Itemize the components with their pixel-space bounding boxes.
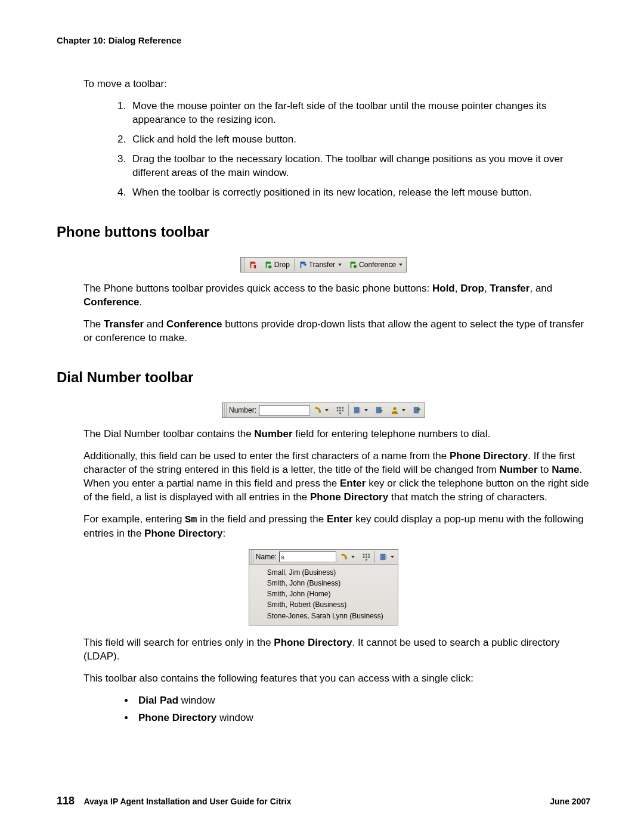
transfer-caret-icon <box>338 264 342 266</box>
svg-rect-11 <box>363 554 365 556</box>
page-footer: 118 Avaya IP Agent Installation and User… <box>57 794 590 808</box>
svg-rect-0 <box>254 265 256 268</box>
dial-number-heading: Dial Number toolbar <box>57 368 590 387</box>
conference-caret-icon <box>399 264 402 266</box>
hold-icon <box>249 261 257 269</box>
feature-directory: Phone Directory window <box>135 711 590 725</box>
dialpad-button[interactable] <box>332 403 348 417</box>
dial-para-1: The Dial Number toolbar contains the Num… <box>83 428 590 441</box>
transfer-icon <box>299 261 307 269</box>
step-3: Drag the toolbar to the necessary locati… <box>129 153 590 180</box>
transfer-button[interactable]: Transfer <box>295 258 345 272</box>
svg-rect-2 <box>337 407 339 409</box>
step-2: Click and hold the left mouse button. <box>129 133 590 147</box>
svg-rect-12 <box>366 554 367 556</box>
drop-icon <box>264 261 273 269</box>
feature-list: Dial Pad window Phone Directory window <box>119 694 590 725</box>
toolbar-grip-handle[interactable] <box>241 258 245 272</box>
svg-rect-6 <box>339 410 341 411</box>
dial-button[interactable] <box>310 403 332 417</box>
conference-icon <box>349 261 357 269</box>
directory-icon <box>379 553 388 561</box>
number-label: Number: <box>227 405 259 415</box>
svg-rect-15 <box>366 556 367 558</box>
svg-rect-9 <box>360 408 361 413</box>
phone-buttons-toolbar: Drop Transfer Conference <box>240 257 407 272</box>
toolbar-separator <box>348 404 349 416</box>
list-item[interactable]: Smith, Robert (Business) <box>267 599 392 610</box>
svg-rect-16 <box>369 556 370 558</box>
dial-button[interactable] <box>336 550 358 564</box>
intro-paragraph: To move a toolbar: <box>83 78 590 91</box>
list-item[interactable]: Smith, John (Business) <box>267 578 392 589</box>
toolbar-separator <box>294 259 295 271</box>
toolbar-separator <box>374 551 375 563</box>
svg-rect-17 <box>366 559 367 561</box>
contact-icon <box>391 406 399 414</box>
page-number: 118 <box>57 795 75 807</box>
directory-caret-icon <box>391 556 394 558</box>
feature-dialpad: Dial Pad window <box>135 694 590 708</box>
dial-number-toolbar: Number: <box>222 402 425 418</box>
dial-para-3: For example, entering Sm in the field an… <box>83 513 590 541</box>
conference-label: Conference <box>359 260 396 270</box>
svg-rect-13 <box>369 554 370 556</box>
directory-open-button[interactable] <box>371 403 387 417</box>
svg-rect-18 <box>386 555 387 559</box>
contact-button[interactable] <box>387 403 409 417</box>
svg-rect-5 <box>337 410 339 411</box>
dial-caret-icon <box>325 409 329 411</box>
toolbar-grip-handle[interactable] <box>249 550 253 564</box>
document-page: Chapter 10: Dialog Reference To move a t… <box>0 0 644 833</box>
dial-para-4: This field will search for entries only … <box>83 636 590 664</box>
footer-left: 118 Avaya IP Agent Installation and User… <box>57 794 291 808</box>
dialpad-icon <box>362 553 370 561</box>
directory-button[interactable] <box>349 403 371 417</box>
step-4: When the toolbar is correctly positioned… <box>129 186 590 200</box>
add-contact-button[interactable] <box>409 403 425 417</box>
name-search-popup: Name: Small, Jim (Business) Smith, John … <box>249 549 398 625</box>
phone-dial-icon <box>314 406 322 414</box>
list-item[interactable]: Small, Jim (Business) <box>267 567 392 578</box>
directory-open-icon <box>375 406 383 414</box>
phone-para-1: The Phone buttons toolbar provides quick… <box>83 282 590 309</box>
step-1: Move the mouse pointer on the far-left s… <box>129 100 590 127</box>
svg-rect-14 <box>363 556 365 558</box>
drop-label: Drop <box>274 260 290 270</box>
directory-button[interactable] <box>376 550 398 564</box>
chapter-header: Chapter 10: Dialog Reference <box>57 35 590 47</box>
list-item[interactable]: Stone-Jones, Sarah Lynn (Business) <box>267 611 392 621</box>
footer-date: June 2007 <box>550 796 590 807</box>
dialpad-icon <box>336 406 344 414</box>
dial-para-5: This toolbar also contains the following… <box>83 672 590 686</box>
transfer-label: Transfer <box>309 260 335 270</box>
directory-caret-icon <box>364 409 368 411</box>
conference-button[interactable]: Conference <box>345 258 406 272</box>
name-results-list: Small, Jim (Business) Smith, John (Busin… <box>249 565 398 625</box>
move-toolbar-steps: Move the mouse pointer on the far-left s… <box>113 100 590 200</box>
svg-rect-4 <box>342 407 344 409</box>
footer-title: Avaya IP Agent Installation and User Gui… <box>83 797 291 806</box>
number-input[interactable] <box>259 405 310 416</box>
drop-button[interactable]: Drop <box>261 258 293 272</box>
svg-rect-7 <box>342 410 344 411</box>
svg-point-1 <box>354 265 357 268</box>
directory-icon <box>353 406 361 414</box>
dial-para-2: Additionally, this field can be used to … <box>83 450 590 504</box>
phone-buttons-heading: Phone buttons toolbar <box>57 222 590 241</box>
svg-rect-3 <box>339 407 341 409</box>
toolbar-grip-handle[interactable] <box>222 403 227 417</box>
hold-button[interactable] <box>245 258 261 272</box>
name-input[interactable] <box>279 552 336 562</box>
list-item[interactable]: Smith, John (Home) <box>267 589 392 599</box>
dialpad-button[interactable] <box>358 550 374 564</box>
phone-para-2: The Transfer and Conference buttons prov… <box>83 318 590 345</box>
phone-dial-icon <box>340 553 348 561</box>
add-contact-icon <box>413 406 421 414</box>
svg-point-10 <box>393 407 396 410</box>
name-label: Name: <box>253 552 279 562</box>
dial-caret-icon <box>351 556 355 558</box>
svg-rect-8 <box>339 413 341 414</box>
contact-caret-icon <box>402 409 405 411</box>
